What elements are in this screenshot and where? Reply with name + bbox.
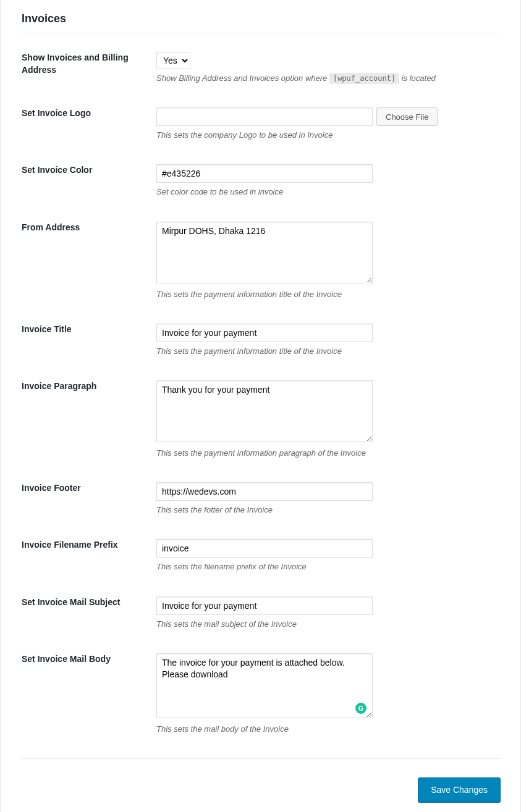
field-invoice-footer: Invoice Footer This sets the fotter of t…: [22, 482, 502, 516]
desc-invoice-title: This sets the payment information title …: [156, 346, 502, 357]
label-invoice-logo: Set Invoice Logo: [22, 108, 91, 118]
desc-invoice-filename-prefix: This sets the filename prefix of the Inv…: [156, 561, 502, 572]
code-snippet: [wpuf_account]: [329, 73, 399, 84]
field-from-address: From Address Mirpur DOHS, Dhaka 1216 Thi…: [22, 222, 502, 300]
input-invoice-logo[interactable]: [156, 107, 373, 126]
desc-from-address: This sets the payment information title …: [156, 289, 502, 300]
label-from-address: From Address: [22, 222, 80, 232]
field-invoice-filename-prefix: Invoice Filename Prefix This sets the fi…: [22, 539, 502, 572]
submit-row: Save Changes: [22, 777, 502, 802]
input-invoice-filename-prefix[interactable]: [156, 539, 373, 558]
desc-invoice-mail-subject: This sets the mail subject of the Invoic…: [156, 619, 502, 630]
desc-invoice-mail-body: This sets the mail body of the Invoice: [156, 724, 502, 735]
divider: [22, 758, 502, 759]
input-invoice-title[interactable]: [156, 324, 373, 342]
label-invoice-mail-subject: Set Invoice Mail Subject: [22, 597, 121, 607]
label-show-invoices: Show Invoices and Billing Address: [22, 52, 129, 75]
input-invoice-footer[interactable]: [156, 482, 373, 501]
grammarly-icon[interactable]: G: [355, 703, 366, 714]
desc-invoice-footer: This sets the fotter of the Invoice: [156, 504, 502, 516]
field-invoice-mail-subject: Set Invoice Mail Subject This sets the m…: [22, 596, 502, 630]
label-invoice-filename-prefix: Invoice Filename Prefix: [22, 540, 118, 550]
field-invoice-logo: Set Invoice Logo Choose File This sets t…: [22, 107, 502, 141]
desc-invoice-color: Set color code to be used in invoice: [156, 186, 502, 198]
label-invoice-footer: Invoice Footer: [22, 483, 81, 493]
label-invoice-title: Invoice Title: [22, 324, 72, 334]
field-invoice-color: Set Invoice Color Set color code to be u…: [22, 164, 502, 198]
select-show-invoices[interactable]: Yes: [156, 52, 190, 69]
input-invoice-color[interactable]: [156, 164, 373, 183]
section-title: Invoices: [22, 12, 502, 33]
field-invoice-title: Invoice Title This sets the payment info…: [22, 324, 502, 357]
settings-panel: Invoices Show Invoices and Billing Addre…: [0, 0, 521, 812]
desc-invoice-logo: This sets the company Logo to be used in…: [156, 130, 502, 141]
label-invoice-color: Set Invoice Color: [22, 165, 92, 175]
field-invoice-paragraph: Invoice Paragraph Thank you for your pay…: [22, 380, 502, 459]
desc-invoice-paragraph: This sets the payment information paragr…: [156, 448, 502, 459]
field-invoice-mail-body: Set Invoice Mail Body The invoice for yo…: [22, 653, 502, 735]
textarea-invoice-mail-body[interactable]: The invoice for your payment is attached…: [156, 653, 373, 718]
label-invoice-paragraph: Invoice Paragraph: [22, 381, 96, 391]
input-invoice-mail-subject[interactable]: [156, 596, 373, 615]
desc-show-invoices: Show Billing Address and Invoices option…: [156, 73, 502, 84]
save-changes-button[interactable]: Save Changes: [418, 777, 501, 802]
textarea-from-address[interactable]: Mirpur DOHS, Dhaka 1216: [156, 222, 373, 283]
label-invoice-mail-body: Set Invoice Mail Body: [22, 654, 111, 664]
field-show-invoices: Show Invoices and Billing Address Yes Sh…: [22, 52, 502, 84]
choose-file-button[interactable]: Choose File: [376, 107, 438, 126]
textarea-invoice-paragraph[interactable]: Thank you for your payment: [156, 380, 373, 442]
